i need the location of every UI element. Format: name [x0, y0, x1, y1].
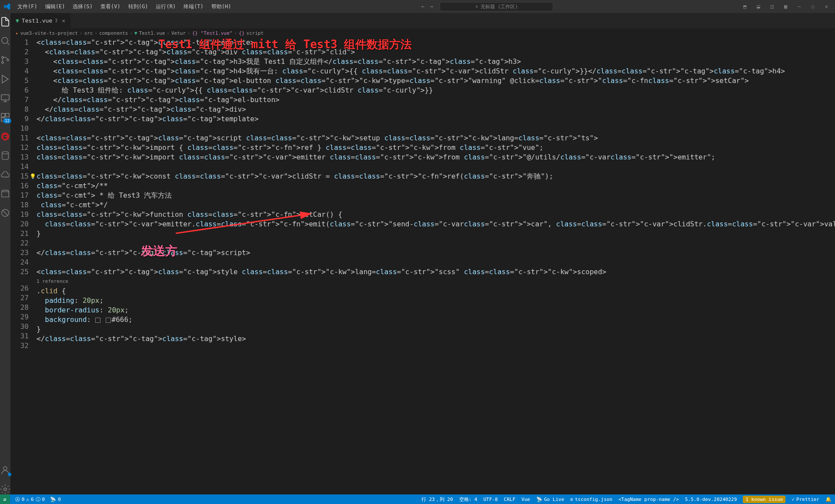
extensions-icon[interactable]: 12: [0, 112, 10, 123]
gitee-icon[interactable]: [0, 131, 10, 142]
svg-rect-6: [6, 113, 9, 117]
status-tsconfig[interactable]: ⊘ tsconfig.json: [570, 497, 612, 502]
status-eol[interactable]: CRLF: [504, 497, 516, 502]
code-editor-left[interactable]: 1234567891011121314151617181920212223242…: [10, 38, 835, 494]
explorer-icon[interactable]: [0, 17, 10, 27]
svg-point-1: [2, 56, 3, 58]
menu-selection[interactable]: 选择(S): [69, 1, 96, 12]
menu-help[interactable]: 帮助(H): [208, 1, 235, 12]
nav-forward-icon[interactable]: →: [430, 3, 433, 10]
layout-panel-icon[interactable]: ⬓: [754, 2, 764, 11]
menu-edit[interactable]: 编辑(E): [42, 1, 69, 12]
svg-point-8: [2, 152, 9, 154]
svg-point-3: [7, 59, 9, 61]
status-encoding[interactable]: UTF-8: [483, 497, 498, 502]
arrow-icon: [176, 212, 315, 238]
accounts-icon[interactable]: [0, 465, 10, 475]
editor-pane-left: ▼ Test1.vue 3 ✕ ⋯ ▸vue3-vite-ts-project›…: [10, 13, 835, 494]
status-golive[interactable]: 📡 Go Live: [536, 497, 564, 502]
menu-bar: 文件(F) 编辑(E) 选择(S) 查看(V) 转到(G) 运行(R) 终端(T…: [14, 1, 235, 12]
search-icon: ⌕: [475, 4, 478, 10]
menu-view[interactable]: 查看(V): [97, 1, 124, 12]
svg-point-2: [2, 62, 3, 63]
vue-file-icon: ▼: [16, 17, 19, 24]
project-manager-icon[interactable]: [0, 189, 10, 199]
menu-go[interactable]: 转到(G): [125, 1, 152, 12]
menu-run[interactable]: 运行(R): [152, 1, 179, 12]
window-maximize-icon[interactable]: ☐: [808, 2, 818, 11]
svg-point-0: [2, 37, 8, 43]
run-debug-icon[interactable]: [0, 74, 10, 84]
editor-area: ▼ Test1.vue 3 ✕ ⋯ ▸vue3-vite-ts-project›…: [10, 13, 835, 494]
layout-customize-icon[interactable]: ▦: [781, 2, 791, 11]
status-bar: ⇄ ⓧ 0 ⚠ 6 ⓘ 0 📡 0 行 23，列 20 空格: 4 UTF-8 …: [0, 494, 835, 504]
remote-explorer-icon[interactable]: [0, 93, 10, 103]
menu-file[interactable]: 文件(F): [14, 1, 41, 12]
tab-test1[interactable]: ▼ Test1.vue 3 ✕: [10, 13, 71, 28]
source-control-icon[interactable]: [0, 55, 10, 65]
status-tagname[interactable]: <TagName prop-name />: [618, 497, 679, 502]
status-issues[interactable]: 1 known issue: [743, 496, 785, 503]
close-icon[interactable]: ✕: [62, 17, 65, 24]
menu-terminal[interactable]: 终端(T): [180, 1, 207, 12]
svg-rect-4: [1, 95, 9, 100]
cloud-icon[interactable]: [0, 169, 10, 180]
search-icon[interactable]: [0, 36, 10, 46]
status-ports[interactable]: 📡 0: [50, 497, 61, 502]
remote-button[interactable]: ⇄: [0, 494, 10, 504]
status-cursor-pos[interactable]: 行 23，列 20: [421, 496, 453, 503]
status-bell-icon[interactable]: 🔔: [825, 497, 832, 502]
svg-rect-5: [1, 113, 5, 117]
status-tsversion[interactable]: 5.5.0-dev.20240229: [685, 497, 737, 502]
window-minimize-icon[interactable]: —: [794, 2, 804, 11]
status-indent[interactable]: 空格: 4: [459, 496, 478, 503]
status-language[interactable]: Vue: [521, 497, 530, 502]
window-close-icon[interactable]: ✕: [822, 2, 832, 11]
layout-primary-icon[interactable]: ⬒: [740, 2, 750, 11]
vscode-logo-icon: [3, 3, 10, 10]
command-center[interactable]: ⌕ 无标题 (工作区): [440, 2, 553, 11]
database-icon[interactable]: [0, 150, 10, 161]
vue-file-icon: ▼: [134, 30, 137, 36]
status-prettier[interactable]: ✓ Prettier: [792, 497, 819, 502]
activity-bar: 12: [0, 13, 10, 494]
svg-point-11: [4, 488, 7, 491]
breadcrumb-left[interactable]: ▸vue3-vite-ts-project› src› components› …: [10, 28, 835, 38]
settings-gear-icon[interactable]: [0, 484, 10, 494]
svg-point-10: [3, 467, 7, 470]
folder-icon: ▸: [16, 30, 19, 36]
tab-bar: ▼ Test1.vue 3 ✕ ⋯: [10, 13, 835, 28]
layout-secondary-icon[interactable]: ◫: [767, 2, 777, 11]
status-problems[interactable]: ⓧ 0 ⚠ 6 ⓘ 0: [15, 496, 45, 503]
nav-back-icon[interactable]: ←: [421, 3, 424, 10]
title-bar: 文件(F) 编辑(E) 选择(S) 查看(V) 转到(G) 运行(R) 终端(T…: [0, 0, 835, 13]
svg-line-12: [176, 214, 311, 233]
no-icon[interactable]: [0, 208, 10, 218]
